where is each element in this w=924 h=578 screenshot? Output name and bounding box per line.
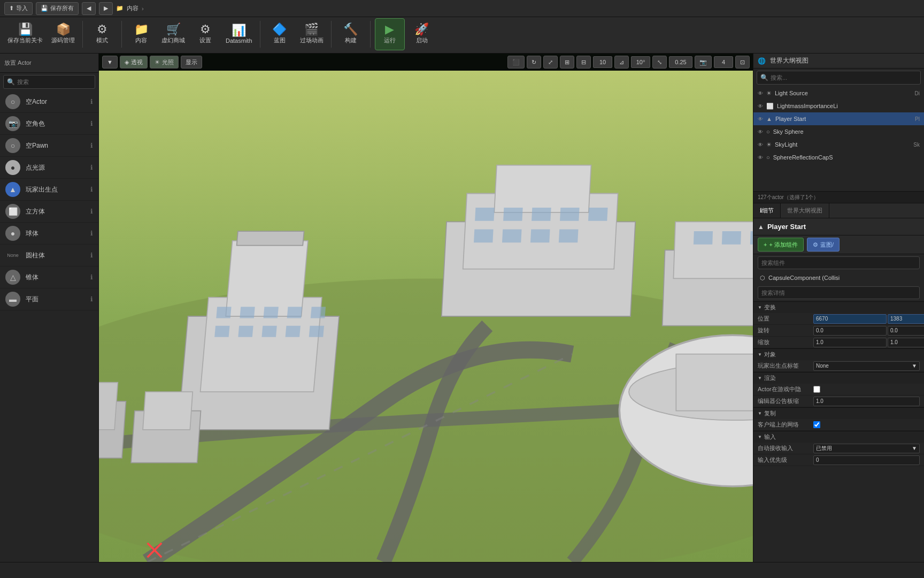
tab-world[interactable]: 世界大纲视图: [781, 203, 829, 218]
placement-search-input[interactable]: [17, 79, 91, 85]
viewport-menu-button[interactable]: ▼: [102, 56, 118, 69]
svg-rect-14: [286, 326, 301, 337]
show-button[interactable]: 显示: [181, 56, 202, 69]
toolbar-datasmith[interactable]: 📊 Datasmith: [222, 18, 256, 50]
save-all-icon: 💾: [41, 5, 48, 12]
outliner-item-sky-sphere[interactable]: 👁 ○ Sky Sphere: [753, 125, 924, 138]
nav-back-button[interactable]: ◀: [82, 2, 96, 15]
billboard-input[interactable]: [813, 397, 920, 406]
outliner-footer: 127个actor（选择了1个）: [753, 191, 924, 203]
placement-search[interactable]: 🔍: [3, 75, 95, 89]
toolbar-save[interactable]: 💾 保存当前关卡: [4, 18, 46, 50]
angle-tool[interactable]: ⊿: [614, 56, 629, 69]
placement-item-cone[interactable]: △ 锥体 ℹ: [0, 267, 98, 288]
lighting-button[interactable]: ☀ 光照: [150, 56, 179, 69]
grid-input[interactable]: [714, 56, 733, 68]
tab-detail[interactable]: ℹ 细节: [753, 203, 781, 218]
placement-item-empty-pawn[interactable]: ○ 空Pawn ℹ: [0, 135, 98, 157]
auto-input-arrow: ▼: [912, 445, 917, 451]
pos-y-input[interactable]: [888, 314, 924, 324]
add-comp-label: + 添加组件: [769, 241, 797, 249]
toolbar-build[interactable]: 🔨 构建: [336, 18, 366, 50]
svg-rect-25: [474, 230, 494, 243]
placement-item-cylinder[interactable]: None 圆柱体 ℹ: [0, 245, 98, 267]
detail-search[interactable]: [758, 286, 920, 299]
section-object[interactable]: ▼ 对象: [753, 348, 924, 360]
scale-y-input[interactable]: [888, 338, 924, 347]
toolbar-cinematic[interactable]: 🎬 过场动画: [297, 18, 327, 50]
scale-x-input[interactable]: [813, 338, 887, 347]
blueprint-icon: 🔷: [272, 24, 287, 35]
toolbar-modes[interactable]: ⚙ 模式: [87, 18, 117, 50]
net-client-checkbox[interactable]: [813, 421, 820, 428]
nav-fwd-button[interactable]: ▶: [99, 2, 113, 15]
outliner-search-input[interactable]: [771, 74, 917, 81]
placement-item-plane[interactable]: ▬ 平面 ℹ: [0, 288, 98, 310]
rotate-tool[interactable]: ↻: [527, 56, 541, 69]
transform-tool[interactable]: ⊞: [560, 56, 574, 69]
outliner-item-light-source[interactable]: 👁 ☀ Light Source Di: [753, 87, 924, 100]
prop-rotation: 旋转: [753, 325, 924, 337]
pos-x-input[interactable]: [813, 314, 887, 324]
content-breadcrumb-icon: 📁: [116, 5, 124, 12]
rotation-label: 旋转: [758, 326, 811, 334]
input-priority-input[interactable]: [813, 455, 920, 465]
svg-rect-27: [530, 230, 550, 243]
svg-rect-20: [475, 208, 495, 221]
section-transform[interactable]: ▼ 变换: [753, 301, 924, 313]
light-source-type-icon: ☀: [766, 90, 772, 97]
outliner-item-player-start[interactable]: 👁 ▲ Player Start Pl: [753, 112, 924, 125]
placement-item-player-spawn[interactable]: ▲ 玩家出生点 ℹ: [0, 179, 98, 201]
perspective-button[interactable]: ◈ 透视: [120, 56, 148, 69]
placement-item-point-light[interactable]: ● 点光源 ℹ: [0, 157, 98, 179]
component-search-input[interactable]: [761, 260, 916, 266]
world-outliner: 🌐 世界大纲视图 🔍 👁 ☀ Light Source Di 👁 ⬜ Light…: [753, 54, 924, 203]
camera-speed[interactable]: ⊟: [576, 56, 591, 69]
translate-tool[interactable]: ⬛: [507, 56, 525, 69]
rot-x-input[interactable]: [813, 326, 887, 336]
actor-hidden-checkbox[interactable]: [813, 386, 820, 393]
scale-input[interactable]: [669, 56, 692, 68]
save-all-button[interactable]: 💾 保存所有: [36, 2, 79, 15]
prop-net-client: 客户端上的网络: [753, 419, 924, 431]
placement-item-empty-actor[interactable]: ○ 空Actor ℹ: [0, 91, 98, 113]
component-search[interactable]: [758, 256, 920, 269]
toolbar-content[interactable]: 📁 内容: [126, 18, 156, 50]
import-button[interactable]: ⬆ 导入: [4, 2, 33, 15]
placement-item-sphere[interactable]: ● 球体 ℹ: [0, 223, 98, 245]
outliner-item-sky-light[interactable]: 👁 ☀ SkyLight Sk: [753, 138, 924, 151]
svg-rect-12: [238, 326, 253, 337]
camera-btn[interactable]: 📷: [695, 56, 712, 69]
spawn-tag-dropdown[interactable]: None ▼: [813, 361, 920, 371]
object-label: 对象: [764, 351, 776, 359]
camera-label: 空角色: [26, 119, 85, 128]
outliner-item-sphere-reflection[interactable]: 👁 ○ SphereReflectionCapS: [753, 151, 924, 164]
prop-scale: 缩放: [753, 337, 924, 348]
toolbar-launch[interactable]: 🚀 启动: [407, 18, 437, 50]
viewport[interactable]: ▼ ◈ 透视 ☀ 光照 显示 ⬛ ↻ ⤢ ⊞ ⊟ ⊿ ⤡: [99, 54, 753, 562]
toolbar-run[interactable]: ▶ 运行: [375, 18, 405, 50]
maximize-button[interactable]: ⊡: [735, 56, 750, 69]
outliner-item-lightmass[interactable]: 👁 ⬜ LightmassImportanceLi: [753, 100, 924, 112]
scale-tool-2[interactable]: ⤡: [652, 56, 667, 69]
light-source-name: Light Source: [775, 90, 912, 96]
rot-y-input[interactable]: [888, 326, 924, 336]
outliner-search[interactable]: 🔍: [757, 71, 921, 85]
placement-item-camera[interactable]: 📷 空角色 ℹ: [0, 113, 98, 135]
blueprint-button[interactable]: ⚙ 蓝图/: [807, 238, 840, 252]
section-replicate[interactable]: ▼ 复制: [753, 407, 924, 419]
add-component-button[interactable]: + + 添加组件: [758, 238, 804, 252]
rotation-snap-input[interactable]: [631, 56, 650, 68]
toolbar-market[interactable]: 🛒 虚幻商城: [158, 18, 188, 50]
detail-search-input[interactable]: [761, 290, 916, 296]
scale-tool[interactable]: ⤢: [543, 56, 558, 69]
placement-item-cube[interactable]: ⬜ 立方体 ℹ: [0, 201, 98, 223]
toolbar-blueprint[interactable]: 🔷 蓝图: [265, 18, 295, 50]
section-input[interactable]: ▼ 输入: [753, 431, 924, 443]
toolbar-settings[interactable]: ⚙ 设置: [190, 18, 220, 50]
snap-input[interactable]: [593, 56, 612, 68]
capsule-component[interactable]: ⬡ CapsuleComponent (Collisi: [753, 271, 924, 284]
toolbar-source[interactable]: 📦 源码管理: [48, 18, 78, 50]
section-render[interactable]: ▼ 渲染: [753, 372, 924, 384]
auto-input-dropdown[interactable]: 已禁用 ▼: [813, 444, 920, 453]
